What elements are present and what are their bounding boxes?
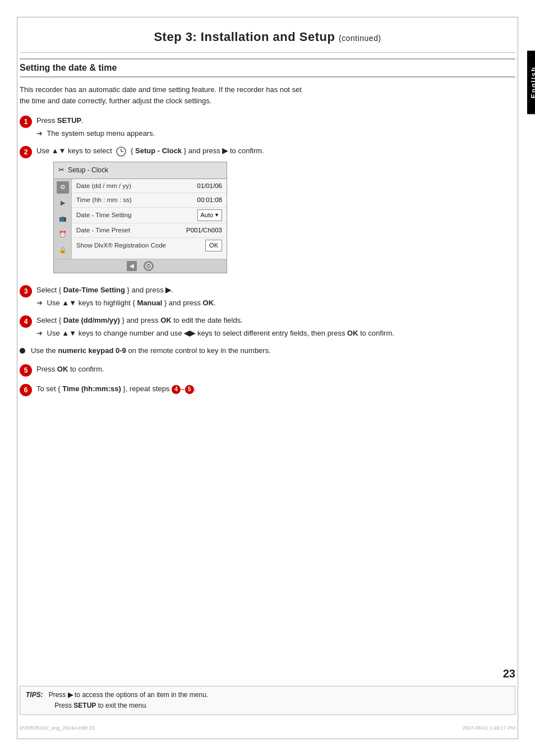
- clock-menu-footer: ◀: [54, 259, 227, 273]
- clock-icon: [116, 146, 126, 157]
- step-num-1: 1: [20, 116, 32, 128]
- bullet-dot: [20, 348, 25, 354]
- clock-menu-rows: Date (dd / mm / yy) 01/01/06 Time (hh : …: [72, 179, 227, 259]
- footer-circle-icon: [144, 261, 154, 271]
- step-6: 6 To set { Time (hh:mm:ss) }, repeat ste…: [20, 383, 515, 396]
- step-5: 5 Press OK to confirm.: [20, 364, 515, 377]
- tips-line-2: Press SETUP to exit the menu.: [54, 702, 147, 709]
- sidebar-icon-3: 📺: [57, 213, 69, 225]
- clock-row-setting: Date - Time Setting Auto ▼: [72, 208, 227, 224]
- step-1: 1 Press SETUP. ➜ The system setup menu a…: [20, 115, 515, 139]
- step-3: 3 Select { Date-Time Setting } and press…: [20, 285, 515, 308]
- section-heading: Setting the date & time: [20, 58, 515, 77]
- step-num-5: 5: [20, 364, 32, 377]
- bullet-content: Use the numeric keypad 0-9 on the remote…: [31, 345, 515, 357]
- tips-box: TIPS: Press ▶ to access the options of a…: [20, 686, 515, 715]
- step-3-content: Select { Date-Time Setting } and press ▶…: [36, 285, 515, 308]
- step-2: 2 Use ▲▼ keys to select { Setup - Clock …: [20, 145, 515, 278]
- tips-label: TIPS:: [26, 691, 47, 699]
- step-2-content: Use ▲▼ keys to select { Setup - Clock } …: [36, 145, 515, 278]
- scissors-icon: ✂: [58, 164, 64, 176]
- clock-menu-screenshot: ✂ Setup - Clock ⚙ ▶ 📺 ⏰ 🔒: [53, 162, 515, 273]
- tips-line-1: Press ▶ to access the options of an item…: [49, 691, 209, 699]
- page-title: Step 3: Installation and Setup (continue…: [20, 20, 515, 52]
- footer-left-arrow: ◀: [127, 261, 137, 271]
- svg-point-3: [146, 263, 151, 269]
- clock-row-date: Date (dd / mm / yy) 01/01/06: [72, 179, 227, 193]
- sidebar-icon-2: ▶: [57, 197, 69, 209]
- english-tab: English: [527, 51, 535, 114]
- step-5-content: Press OK to confirm.: [36, 364, 515, 375]
- step-1-content: Press SETUP. ➜ The system setup menu app…: [36, 115, 515, 139]
- step-6-content: To set { Time (hh:mm:ss) }, repeat steps…: [36, 383, 515, 395]
- sidebar-icon-1: ⚙: [57, 181, 69, 194]
- sidebar-icon-5: 🔒: [57, 244, 69, 256]
- sidebar-icon-4: ⏰: [57, 228, 69, 241]
- footer-date: 2007-08-01 1:46:17 PM: [462, 725, 515, 731]
- bullet-step: Use the numeric keypad 0-9 on the remote…: [20, 345, 515, 357]
- clock-row-preset: Date - Time Preset P001/Ch003: [72, 223, 227, 237]
- step-num-2: 2: [20, 146, 32, 158]
- clock-menu-title-text: Setup - Clock: [68, 165, 108, 176]
- step-4: 4 Select { Date (dd/mm/yy) } and press O…: [20, 315, 515, 338]
- clock-menu-sidebar: ⚙ ▶ 📺 ⏰ 🔒: [54, 179, 72, 259]
- step-4-content: Select { Date (dd/mm/yy) } and press OK …: [36, 315, 515, 338]
- clock-row-time: Time (hh : mm : ss) 00:01:08: [72, 193, 227, 207]
- intro-text: This recorder has an automatic date and …: [20, 84, 311, 106]
- step-num-3: 3: [20, 285, 32, 297]
- step-num-6: 6: [20, 384, 32, 396]
- footer-file: DVDR3510V_eng_26244.indd 23: [20, 725, 95, 731]
- clock-row-divx: Show DivX® Registration Code OK: [72, 238, 227, 254]
- step-num-4: 4: [20, 315, 32, 328]
- page-number: 23: [503, 667, 515, 680]
